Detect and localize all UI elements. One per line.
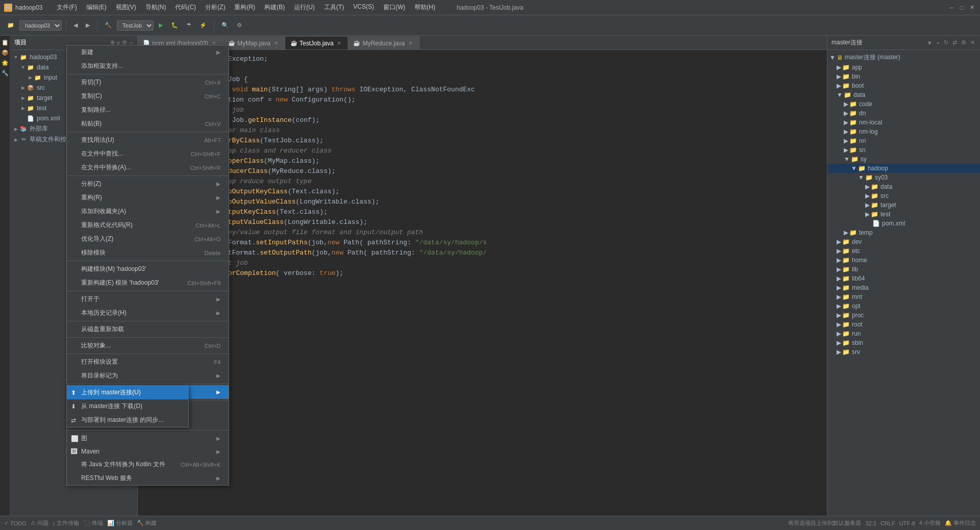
code-editor[interactable]: import java.io.IOException; public class… <box>138 50 827 516</box>
rtree-sbin[interactable]: ▶ 📁 sbin <box>827 338 980 347</box>
ctx-new[interactable]: 新建 ▶ <box>67 45 229 59</box>
status-terminal[interactable]: ⬛ 终端 <box>83 519 103 527</box>
menu-build[interactable]: 构建(B) <box>260 2 289 13</box>
ctx-removemodule[interactable]: 移除模块 Delete <box>67 246 229 260</box>
rtree-lib64[interactable]: ▶ 📁 lib64 <box>827 274 980 283</box>
rtree-dev[interactable]: ▶ 📁 dev <box>827 237 980 246</box>
ctx-openin[interactable]: 打开于 ▶ <box>67 292 229 306</box>
rp-refresh-btn[interactable]: ↻ <box>943 38 949 47</box>
ctx-optimizeimports[interactable]: 优化导入(Z) Ctrl+Alt+O <box>67 232 229 246</box>
status-encoding[interactable]: UTF-8 <box>899 520 915 526</box>
ctx-findusages[interactable]: 查找用法(U) Alt+F7 <box>67 133 229 147</box>
tab-mymap-close[interactable]: ✕ <box>273 40 280 47</box>
menu-tools[interactable]: 工具(T) <box>320 2 348 13</box>
tab-myreduce[interactable]: ☕ MyReduce.java ✕ <box>348 36 420 49</box>
rtree-sy03[interactable]: ▼ 📁 sy03 <box>827 173 980 182</box>
rtree-sy03-data[interactable]: ▶ 📁 data <box>827 182 980 191</box>
rtree-home[interactable]: ▶ 📁 home <box>827 256 980 265</box>
toolbar-forward[interactable]: ▶ <box>83 20 93 30</box>
menu-nav[interactable]: 导航(N) <box>141 2 170 13</box>
close-button[interactable]: ✕ <box>968 4 976 12</box>
rtree-temp[interactable]: ▶ 📁 temp <box>827 228 980 237</box>
maximize-button[interactable]: □ <box>958 4 966 12</box>
ctx-openmodulesettings[interactable]: 打开模块设置 F4 <box>67 355 229 369</box>
ctx-analyze[interactable]: 分析(Z) ▶ <box>67 177 229 191</box>
toolbar-run[interactable]: ▶ <box>156 20 166 30</box>
toolbar-profile[interactable]: ⚡ <box>197 20 210 30</box>
sidebar-icon-4[interactable]: 🔧 <box>1 68 10 78</box>
status-issues[interactable]: ⚠ 问题 <box>31 519 48 527</box>
rtree-dn[interactable]: ▶ 📁 dn <box>827 109 980 118</box>
ctx-cut[interactable]: 剪切(T) Ctrl+X <box>67 75 229 89</box>
rtree-code[interactable]: ▶ 📁 code <box>827 99 980 109</box>
rtree-boot[interactable]: ▶ 📁 boot <box>827 81 980 90</box>
tab-testjob-close[interactable]: ✕ <box>335 40 342 47</box>
ctx-converttokotlin[interactable]: 将 Java 文件转换为 Kotlin 文件 Ctrl+Alt+Shift+K <box>67 458 229 471</box>
rtree-bin[interactable]: ▶ 📁 bin <box>827 72 980 81</box>
menu-code[interactable]: 代码(C) <box>171 2 200 13</box>
status-build[interactable]: 🔨 构建 <box>137 519 157 527</box>
rtree-nmlocal[interactable]: ▶ 📁 nm-local <box>827 118 980 127</box>
status-todo[interactable]: ✓ TODO <box>4 520 27 526</box>
status-event-log[interactable]: 🔔 事件日志 <box>945 519 976 527</box>
menu-window[interactable]: 窗口(W) <box>379 2 409 13</box>
menu-vcs[interactable]: VCS(S) <box>349 2 378 13</box>
rtree-etc[interactable]: ▶ 📁 etc <box>827 246 980 256</box>
ctx-replaceinfiles[interactable]: 在文件中替换(A)... Ctrl+Shift+R <box>67 161 229 174</box>
submenu-sync[interactable]: ⇄ 与部署到 master连接 的同步... <box>67 413 188 427</box>
sidebar-icon-1[interactable]: 📋 <box>1 38 10 47</box>
rtree-mnt[interactable]: ▶ 📁 mnt <box>827 292 980 301</box>
toolbar-settings[interactable]: ⚙ <box>234 20 245 30</box>
tab-myreduce-close[interactable]: ✕ <box>407 40 414 47</box>
rtree-media[interactable]: ▶ 📁 media <box>827 283 980 292</box>
rp-settings-btn[interactable]: ⚙ <box>960 38 967 47</box>
rtree-root[interactable]: ▶ 📁 root <box>827 320 980 329</box>
rtree-sy03-target[interactable]: ▶ 📁 target <box>827 200 980 210</box>
status-filetransfer[interactable]: ↕ 文件传输 <box>53 519 80 527</box>
menu-help[interactable]: 帮助(H) <box>410 2 439 13</box>
sidebar-icon-3[interactable]: 🌟 <box>1 58 10 67</box>
minimize-button[interactable]: ─ <box>947 4 955 12</box>
rp-sync-btn[interactable]: ⇄ <box>951 38 958 47</box>
rp-dropdown-btn[interactable]: ▼ <box>926 39 934 47</box>
ctx-paste[interactable]: 粘贴(B) Ctrl+V <box>67 117 229 131</box>
status-crlf[interactable]: CRLF <box>880 520 895 526</box>
submenu-download[interactable]: ⬇ 从 master连接 下载(D) <box>67 399 188 413</box>
ctx-copy[interactable]: 复制(C) Ctrl+C <box>67 89 229 103</box>
rtree-nn[interactable]: ▶ 📁 nn <box>827 136 980 145</box>
rtree-nmlog[interactable]: ▶ 📁 nm-log <box>827 127 980 136</box>
menu-run[interactable]: 运行(U) <box>290 2 319 13</box>
ctx-compare[interactable]: 比较对象... Ctrl+D <box>67 339 229 352</box>
toolbar-debug[interactable]: 🐛 <box>168 20 181 30</box>
ctx-buildmodule[interactable]: 构建模块(M) 'hadoop03' <box>67 262 229 276</box>
ctx-copypath[interactable]: 复制路径... <box>67 103 229 117</box>
menu-view[interactable]: 视图(V) <box>112 2 140 13</box>
ctx-addframework[interactable]: 添加框架支持... <box>67 59 229 73</box>
ctx-localhistory[interactable]: 本地历史记录(H) ▶ <box>67 306 229 320</box>
rtree-connection[interactable]: ▼ 🖥 master连接 (master) <box>827 52 980 63</box>
menu-edit[interactable]: 编辑(E) <box>82 2 111 13</box>
menu-file[interactable]: 文件(F) <box>53 2 81 13</box>
rtree-run[interactable]: ▶ 📁 run <box>827 329 980 338</box>
menu-refactor[interactable]: 重构(R) <box>230 2 259 13</box>
rtree-sy03-src[interactable]: ▶ 📁 src <box>827 191 980 200</box>
rtree-lib[interactable]: ▶ 📁 lib <box>827 265 980 274</box>
rtree-data[interactable]: ▼ 📁 data <box>827 90 980 99</box>
project-dropdown[interactable]: hadoop03 <box>19 20 62 31</box>
ctx-restfulwebservices[interactable]: RESTful Web 服务 ▶ <box>67 471 229 485</box>
ctx-findinfiles[interactable]: 在文件中查找... Ctrl+Shift+F <box>67 147 229 161</box>
rtree-app[interactable]: ▶ 📁 app <box>827 63 980 72</box>
toolbar-search[interactable]: 🔍 <box>218 20 232 30</box>
toolbar-build-icon[interactable]: 🔨 <box>102 20 115 30</box>
submenu-upload[interactable]: ⬆ 上传到 master连接(U) <box>67 386 188 399</box>
rtree-opt[interactable]: ▶ 📁 opt <box>827 301 980 311</box>
ctx-refactor[interactable]: 重构(R) ▶ <box>67 191 229 205</box>
sidebar-icon-2[interactable]: 📦 <box>1 48 10 57</box>
ctx-addfavorites[interactable]: 添加到收藏夹(A) ▶ <box>67 205 229 218</box>
ctx-markdiras[interactable]: 将目录标记为 ▶ <box>67 369 229 383</box>
rtree-sy03-test[interactable]: ▶ 📁 test <box>827 210 980 219</box>
rp-add-btn[interactable]: + <box>936 39 941 47</box>
run-config-dropdown[interactable]: TestJob <box>117 20 154 31</box>
rtree-proc[interactable]: ▶ 📁 proc <box>827 311 980 320</box>
ctx-rebuildmodule[interactable]: 重新构建(E) 模块 'hadoop03' Ctrl+Shift+F9 <box>67 276 229 290</box>
